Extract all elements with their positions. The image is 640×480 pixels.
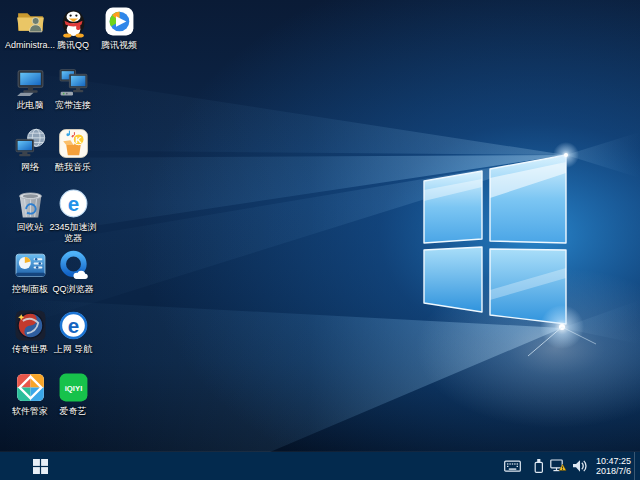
- touch-keyboard-icon[interactable]: [504, 457, 521, 475]
- system-tray: 10:47:25 2018/7/6: [501, 452, 640, 480]
- web-navigation-e-icon: e: [57, 309, 90, 342]
- software-manager-tiles-icon: [14, 371, 47, 404]
- desktop-icon-label: 回收站: [17, 222, 44, 233]
- control-panel-icon: [14, 249, 47, 282]
- desktop-icon-broadband-connection[interactable]: 宽带连接: [45, 65, 101, 111]
- 2345-browser-e-icon: e: [57, 187, 90, 220]
- desktop-icon-label: 2345加速浏览器: [45, 222, 101, 244]
- desktop-icon-label: 爱奇艺: [60, 406, 87, 417]
- desktop-icon-kuwo-music[interactable]: K 酷我音乐: [45, 127, 101, 173]
- taskbar-clock[interactable]: 10:47:25 2018/7/6: [596, 456, 631, 477]
- clock-time: 10:47:25: [596, 456, 631, 467]
- desktop-icon-label: 传奇世界: [12, 344, 48, 355]
- desktop-icon-label: QQ浏览器: [52, 284, 93, 295]
- recycle-bin-icon: [14, 187, 47, 220]
- desktop-icon-label: 酷我音乐: [55, 162, 91, 173]
- desktop-icon-label: 网络: [21, 162, 39, 173]
- desktop-icon-label: 腾讯QQ: [57, 40, 89, 51]
- volume-icon[interactable]: [572, 457, 587, 475]
- svg-text:e: e: [67, 192, 78, 215]
- game-orb-icon: [14, 309, 47, 342]
- usb-safely-remove-icon[interactable]: [532, 457, 545, 475]
- qq-penguin-icon: [57, 5, 90, 38]
- kuwo-music-box-icon: K: [57, 127, 90, 160]
- tencent-video-play-icon: [103, 5, 136, 38]
- desktop-icon-label: 软件管家: [12, 406, 48, 417]
- desktop-icon-iqiyi[interactable]: iQIYI 爱奇艺: [45, 371, 101, 417]
- desktop-icon-2345-browser[interactable]: e 2345加速浏览器: [45, 187, 101, 244]
- windows-10-desktop: Administra... 腾讯QQ: [0, 0, 640, 480]
- svg-text:e: e: [67, 314, 78, 337]
- desktop-icon-label: 上网 导航: [54, 344, 93, 355]
- clock-date: 2018/7/6: [596, 466, 631, 477]
- windows-logo-icon: [33, 459, 48, 474]
- qq-browser-q-icon: [57, 249, 90, 282]
- svg-text:K: K: [75, 135, 82, 145]
- show-desktop-button[interactable]: [634, 452, 640, 480]
- iqiyi-icon: iQIYI: [57, 371, 90, 404]
- desktop-icon-web-navigation[interactable]: e 上网 导航: [45, 309, 101, 355]
- desktop-icon-label: 腾讯视频: [101, 40, 137, 51]
- network-status-warning-icon[interactable]: [550, 457, 567, 475]
- taskbar: 10:47:25 2018/7/6: [0, 452, 640, 480]
- desktop-icon-label: 宽带连接: [55, 100, 91, 111]
- desktop-icon-qq-browser[interactable]: QQ浏览器: [45, 249, 101, 295]
- network-globe-monitor-icon: [14, 127, 47, 160]
- computer-monitor-icon: [14, 65, 47, 98]
- dual-monitor-connection-icon: [57, 65, 90, 98]
- svg-text:iQIYI: iQIYI: [64, 384, 82, 393]
- desktop-icon-label: 此电脑: [17, 100, 44, 111]
- desktop-icon-label: 控制面板: [12, 284, 48, 295]
- desktop-icon-tencent-video[interactable]: 腾讯视频: [91, 5, 147, 51]
- user-folder-icon: [14, 5, 47, 38]
- start-button[interactable]: [0, 452, 73, 480]
